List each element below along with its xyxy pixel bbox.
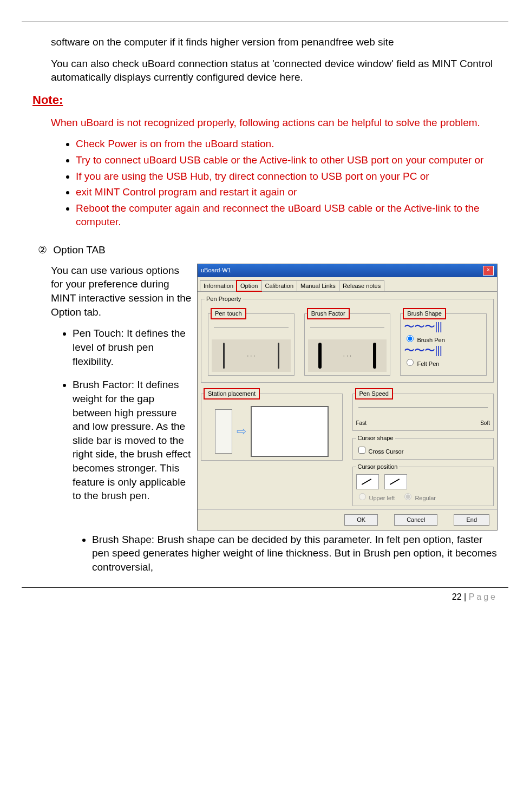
station-icon — [215, 409, 232, 454]
page-number: 22 — [452, 592, 462, 601]
pen-touch-legend: Pen touch — [212, 309, 245, 318]
note-lead: When uBoard is not recognized properly, … — [51, 116, 498, 130]
upper-left-radio[interactable]: Upper left — [356, 495, 395, 501]
tab-calibration[interactable]: Calibration — [261, 280, 297, 291]
tab-strip: Information Option Calibration Manual Li… — [198, 277, 497, 292]
section-bullet: Brush Shape: Brush shape can be decided … — [92, 533, 498, 574]
regular-radio[interactable]: Regular — [402, 495, 436, 501]
note-heading: Note: — [32, 92, 498, 108]
section-intro: You can use various options for your pre… — [51, 264, 192, 319]
brush-pen-radio[interactable]: Brush Pen — [404, 333, 483, 344]
pen-property-group: Pen Property Pen touch · · · Brush Facto… — [201, 295, 494, 383]
felt-pen-sample: 〜〜〜||| — [404, 346, 483, 354]
dialog-screenshot: uBoard-W1 × Information Option Calibrati… — [197, 264, 498, 531]
brush-factor-legend: Brush Factor — [308, 309, 349, 318]
section-bullet: Pen Touch: It defines the level of brush… — [73, 326, 192, 368]
section-marker: ② — [38, 243, 47, 257]
end-button[interactable]: End — [454, 514, 489, 526]
close-button[interactable]: × — [483, 266, 494, 276]
intro-line-1: software on the computer if it finds hig… — [51, 35, 498, 49]
brush-factor-group: Brush Factor · · · — [304, 309, 391, 376]
note-item: Check Power is on from the uBoard statio… — [76, 137, 498, 151]
intro-line-2: You can also check uBoard connection sta… — [51, 57, 498, 84]
pen-property-legend: Pen Property — [205, 295, 243, 303]
ok-button[interactable]: OK — [344, 514, 378, 526]
brush-pen-sample: 〜〜〜||| — [404, 323, 483, 330]
cursor-shape-group: Cursor shape Cross Cursor — [352, 434, 494, 460]
cursor-position-group: Cursor position Upper left Regular — [352, 463, 494, 506]
felt-pen-radio[interactable]: Felt Pen — [404, 357, 483, 368]
note-item: Try to connect uBoard USB cable or the A… — [76, 153, 498, 167]
pen-speed-legend: Pen Speed — [356, 389, 392, 398]
pen-touch-group: Pen touch · · · — [208, 309, 295, 376]
tab-manual-links[interactable]: Manual Links — [297, 280, 339, 291]
dialog-title: uBoard-W1 — [201, 266, 231, 274]
station-placement-group: Station placement ⇨ — [201, 389, 343, 461]
pen-speed-slider[interactable] — [358, 407, 488, 417]
pen-touch-slider[interactable] — [214, 327, 289, 337]
page-footer: 22 | Page — [22, 587, 508, 603]
pen-speed-group: Pen Speed Fast Soft — [352, 389, 494, 430]
pen-touch-preview: · · · — [212, 339, 291, 372]
cursor-position-legend: Cursor position — [356, 463, 400, 471]
tab-option[interactable]: Option — [237, 280, 261, 291]
station-placement-legend: Station placement — [205, 389, 259, 398]
page-label: Page — [469, 592, 498, 601]
fast-label: Fast — [356, 420, 367, 427]
brush-shape-group: Brush Shape 〜〜〜||| Brush Pen 〜〜〜||| Felt… — [400, 309, 487, 376]
section-title: Option TAB — [53, 244, 105, 256]
soft-label: Soft — [480, 420, 490, 427]
note-item: If you are using the USB Hub, try direct… — [76, 169, 498, 184]
cross-cursor-checkbox[interactable]: Cross Cursor — [356, 448, 404, 455]
cursor-regular-icon — [384, 474, 407, 489]
note-item: Reboot the computer again and reconnect … — [76, 201, 498, 229]
section-heading: ② Option TAB — [38, 243, 498, 257]
dialog-titlebar: uBoard-W1 × — [198, 264, 497, 277]
top-rule — [22, 22, 508, 22]
dialog-buttons: OK Cancel End — [198, 509, 497, 530]
note-list: Check Power is on from the uBoard statio… — [76, 137, 498, 229]
note-item: exit MINT Control program and restart it… — [76, 185, 498, 199]
tab-information[interactable]: Information — [200, 280, 237, 291]
cursor-shape-legend: Cursor shape — [356, 434, 395, 442]
cursor-upper-left-icon — [356, 474, 379, 489]
tab-release-notes[interactable]: Release notes — [339, 280, 384, 291]
cancel-button[interactable]: Cancel — [394, 514, 437, 526]
screen-icon — [251, 406, 329, 457]
section-bullet: Brush Factor: It defines weight for the … — [73, 378, 192, 503]
arrow-icon: ⇨ — [237, 423, 246, 440]
brush-factor-preview: · · · — [308, 339, 387, 372]
brush-shape-legend: Brush Shape — [404, 309, 445, 318]
brush-factor-slider[interactable] — [310, 327, 385, 337]
